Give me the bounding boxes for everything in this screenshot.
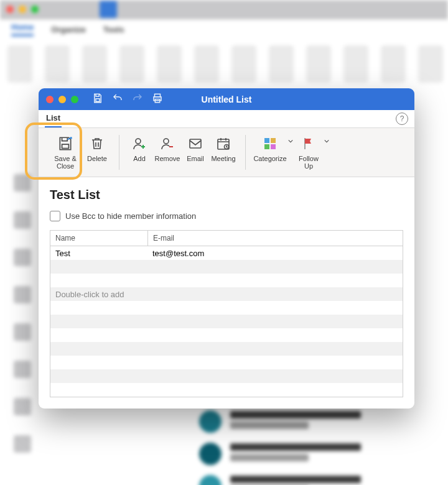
table-row[interactable] xyxy=(50,274,403,287)
calendar-icon xyxy=(215,135,232,152)
table-row[interactable] xyxy=(50,328,403,342)
flag-icon xyxy=(300,135,317,152)
minimize-window-button[interactable] xyxy=(58,96,66,103)
ribbon-tabs: List ? xyxy=(39,110,414,128)
table-row[interactable] xyxy=(50,356,403,369)
bcc-label: Use Bcc to hide member information xyxy=(65,211,196,221)
categorize-icon xyxy=(261,135,279,152)
svg-rect-13 xyxy=(271,144,276,149)
meeting-button[interactable]: Meeting xyxy=(208,132,238,165)
meeting-label: Meeting xyxy=(211,155,235,162)
table-row[interactable] xyxy=(50,315,403,328)
col-email[interactable]: E-mail xyxy=(148,231,403,246)
add-button[interactable]: Add xyxy=(126,132,152,165)
person-remove-icon xyxy=(159,135,176,152)
svg-rect-12 xyxy=(264,144,269,149)
tab-list[interactable]: List xyxy=(45,110,62,127)
follow-up-button[interactable]: Follow Up xyxy=(294,132,324,172)
email-label: Email xyxy=(187,155,204,162)
list-name-input[interactable] xyxy=(50,187,403,203)
col-name[interactable]: Name xyxy=(50,231,148,246)
svg-rect-4 xyxy=(62,144,69,149)
add-label: Add xyxy=(133,155,146,162)
close-window-button[interactable] xyxy=(46,96,54,103)
help-button[interactable]: ? xyxy=(396,113,408,125)
window-controls xyxy=(46,96,78,103)
undo-icon[interactable] xyxy=(112,93,123,106)
table-row[interactable] xyxy=(50,260,403,274)
person-add-icon xyxy=(131,135,148,152)
svg-point-5 xyxy=(136,139,141,144)
trash-icon xyxy=(88,135,106,152)
contact-list-dialog: Untitled List List ? Save & Close xyxy=(39,88,414,409)
toolbar: Save & Close Delete Add xyxy=(39,128,414,177)
table-row[interactable] xyxy=(50,369,403,383)
print-icon[interactable] xyxy=(152,93,163,106)
bg-tab-home: Home xyxy=(11,22,34,36)
svg-rect-11 xyxy=(271,138,276,143)
table-row[interactable]: Test test@test.com xyxy=(50,246,403,260)
table-header: Name E-mail xyxy=(50,231,403,246)
members-table: Name E-mail Test test@test.com Double-cl… xyxy=(50,230,403,397)
add-row[interactable]: Double-click to add xyxy=(50,287,403,301)
dialog-titlebar: Untitled List xyxy=(39,88,414,110)
categorize-label: Categorize xyxy=(253,155,286,162)
save-icon[interactable] xyxy=(92,93,103,106)
bcc-checkbox[interactable] xyxy=(50,211,60,221)
email-button[interactable]: Email xyxy=(182,132,208,165)
remove-label: Remove xyxy=(155,155,180,162)
envelope-icon xyxy=(187,135,204,152)
save-close-label: Save & Close xyxy=(49,155,82,170)
svg-rect-10 xyxy=(264,138,269,143)
bg-tab-tools: Tools xyxy=(103,25,124,34)
table-row[interactable] xyxy=(50,301,403,315)
remove-button[interactable]: Remove xyxy=(152,132,182,165)
chevron-down-icon[interactable] xyxy=(287,137,294,145)
delete-label: Delete xyxy=(87,155,107,162)
table-row[interactable] xyxy=(50,383,403,397)
save-close-button[interactable]: Save & Close xyxy=(49,132,82,172)
svg-rect-7 xyxy=(190,139,201,148)
save-close-icon xyxy=(57,135,74,152)
bg-tab-organize: Organize xyxy=(51,25,86,34)
delete-button[interactable]: Delete xyxy=(82,132,112,172)
follow-up-label: Follow Up xyxy=(294,155,324,170)
zoom-window-button[interactable] xyxy=(71,96,78,103)
chevron-down-icon[interactable] xyxy=(324,137,330,145)
cell-name: Test xyxy=(50,249,147,258)
svg-rect-0 xyxy=(96,99,100,102)
table-row[interactable] xyxy=(50,342,403,356)
svg-point-6 xyxy=(164,139,169,144)
redo-icon[interactable] xyxy=(132,93,143,106)
cell-email: test@test.com xyxy=(147,249,403,258)
categorize-button[interactable]: Categorize xyxy=(253,132,287,165)
